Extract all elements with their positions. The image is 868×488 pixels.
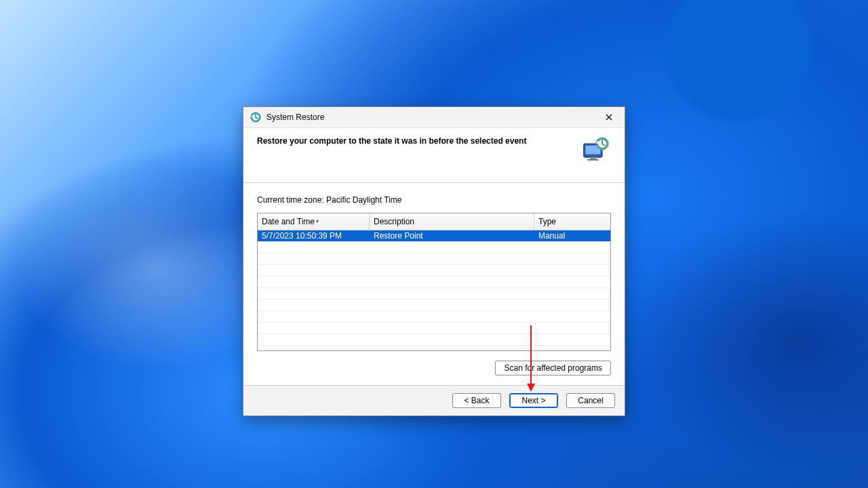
titlebar[interactable]: System Restore [243,107,625,128]
next-button[interactable]: Next > [509,393,558,408]
col-header-label: Type [538,217,556,226]
table-header-row: Date and Time ▾ Description Type [258,214,610,230]
table-row-empty [258,310,610,322]
system-restore-icon [250,112,261,123]
cell-type: Manual [534,231,610,241]
col-header-label: Description [374,217,414,226]
window-title: System Restore [267,113,324,122]
wizard-headline: Restore your computer to the state it wa… [257,136,573,147]
table-row-empty [258,276,610,287]
wizard-footer: < Back Next > Cancel [243,385,625,415]
svg-rect-3 [590,157,596,159]
close-button[interactable] [597,110,620,125]
table-row-empty [258,241,610,253]
restore-points-table[interactable]: Date and Time ▾ Description Type 5/7/202… [257,213,611,351]
table-row-empty [258,333,610,345]
cancel-button[interactable]: Cancel [566,393,615,408]
table-row-empty [258,264,610,276]
desktop-background: System Restore Restore your computer to … [0,0,868,488]
table-row-empty [258,299,610,310]
table-row-empty [258,287,610,299]
col-header-date-time[interactable]: Date and Time ▾ [258,214,370,230]
annotation-arrow-icon [530,325,532,390]
wizard-header: Restore your computer to the state it wa… [243,128,625,183]
timezone-label: Current time zone: Pacific Daylight Time [257,195,611,205]
col-header-label: Date and Time [262,217,315,226]
sort-desc-icon: ▾ [316,218,319,224]
svg-rect-4 [587,159,598,161]
col-header-description[interactable]: Description [370,214,534,230]
wizard-body: Current time zone: Pacific Daylight Time… [243,183,625,385]
system-restore-dialog: System Restore Restore your computer to … [243,106,625,416]
back-button[interactable]: < Back [452,393,501,408]
scan-affected-programs-button[interactable]: Scan for affected programs [495,361,611,375]
restore-monitor-icon [581,136,611,163]
table-body: 5/7/2023 10:50:39 PM Restore Point Manua… [258,230,610,351]
cell-date-time: 5/7/2023 10:50:39 PM [258,231,369,241]
col-header-type[interactable]: Type [534,214,610,230]
close-icon [606,114,612,121]
table-row-empty [258,322,610,333]
cell-description: Restore Point [369,231,534,241]
table-row-empty [258,345,610,351]
table-row[interactable]: 5/7/2023 10:50:39 PM Restore Point Manua… [258,230,610,241]
table-row-empty [258,253,610,264]
